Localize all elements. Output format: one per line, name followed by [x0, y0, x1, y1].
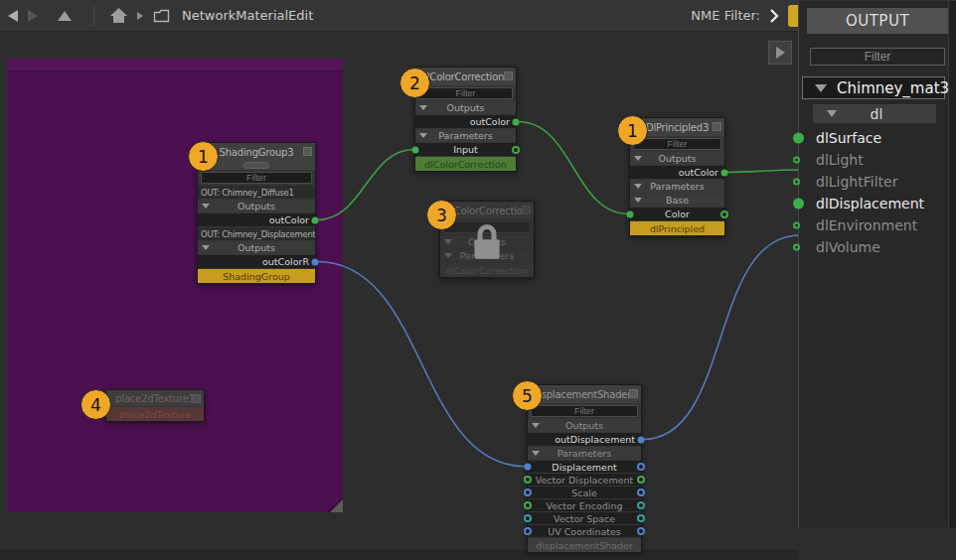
- port-dot-left[interactable]: [524, 476, 532, 484]
- chevron-right-icon[interactable]: [769, 9, 779, 23]
- port-dot-left[interactable]: [524, 527, 532, 535]
- port-dot-right[interactable]: [637, 527, 645, 535]
- node-section-parameters[interactable]: Parameters: [630, 180, 724, 193]
- badge-3-colorcorrection-locked: 3: [426, 200, 457, 230]
- port-label: Vector Space: [554, 513, 615, 524]
- port-dot-input-right[interactable]: [512, 146, 520, 154]
- port-dot-outcolor[interactable]: [513, 118, 520, 125]
- port-empty-dot[interactable]: [793, 244, 800, 251]
- port-row-vector-space[interactable]: Vector Space: [528, 512, 641, 524]
- port-empty-dot[interactable]: [793, 179, 800, 186]
- port-row-outcolor[interactable]: outColor: [630, 166, 724, 179]
- output-port-dlenvironment[interactable]: dlEnvironment: [799, 214, 956, 236]
- node-filter-input[interactable]: [201, 172, 312, 184]
- panel-collapse-button[interactable]: [768, 41, 792, 65]
- port-label: Color: [665, 209, 690, 219]
- panel-filter-input[interactable]: [810, 48, 945, 66]
- node-flag-checkbox[interactable]: [629, 389, 638, 398]
- node-flag-checkbox[interactable]: [522, 206, 531, 214]
- toolbar-divider: [93, 6, 94, 26]
- node-flag-checkbox[interactable]: [713, 122, 721, 131]
- node-filter-input[interactable]: [418, 87, 513, 99]
- port-dot-outcolor[interactable]: [312, 216, 319, 223]
- node-out-diffuse-label: OUT: Chimney_Diffuse1: [198, 186, 315, 199]
- port-row-vector-encoding[interactable]: Vector Encoding: [528, 499, 641, 511]
- port-row-outcolor[interactable]: outColor: [415, 115, 516, 128]
- node-section-outputs[interactable]: Outputs: [528, 419, 641, 432]
- back-icon[interactable]: [8, 10, 18, 22]
- port-dot-left[interactable]: [525, 464, 532, 471]
- port-row-outdisplacement[interactable]: outDisplacement: [528, 433, 641, 446]
- node-header[interactable]: place2dTexture1: [106, 390, 204, 406]
- port-connected-dot[interactable]: [793, 199, 804, 210]
- port-dot-left[interactable]: [524, 489, 532, 496]
- port-row-input[interactable]: Input: [415, 143, 516, 156]
- up-level-icon[interactable]: [58, 11, 72, 21]
- output-port-dllight[interactable]: dlLight: [799, 149, 956, 171]
- triangle-down-icon[interactable]: [815, 84, 827, 92]
- node-header[interactable]: DisplacementShader1: [528, 385, 641, 403]
- node-section-parameters[interactable]: Parameters: [415, 129, 516, 142]
- node-section-base[interactable]: Base: [630, 194, 724, 207]
- triangle-down-icon[interactable]: [827, 110, 837, 117]
- port-dot-outcolor[interactable]: [721, 169, 728, 176]
- port-dot-color-right[interactable]: [720, 210, 728, 218]
- port-dot-right[interactable]: [637, 501, 645, 509]
- node-header[interactable]: dlColorCorrection7: [415, 68, 516, 85]
- port-dot-left[interactable]: [524, 501, 532, 509]
- port-row-scale[interactable]: Scale: [528, 487, 641, 498]
- node-section-outputs[interactable]: Outputs: [415, 101, 516, 114]
- node-title: DlPrincipled3: [646, 122, 709, 133]
- node-section-outputs[interactable]: Outputs: [198, 200, 315, 212]
- forward-icon[interactable]: [28, 10, 38, 22]
- node-section-parameters[interactable]: Parameters: [528, 447, 641, 460]
- backdrop-header[interactable]: [7, 59, 343, 71]
- port-dot-right[interactable]: [637, 514, 645, 522]
- node-filter-input[interactable]: [633, 138, 721, 150]
- port-row-color[interactable]: Color: [630, 208, 724, 220]
- port-row-displacement[interactable]: Displacement: [528, 461, 641, 473]
- section-label: Base: [666, 195, 689, 206]
- node-type-footer: dlColorCorrection: [415, 157, 516, 171]
- port-row-outcolor[interactable]: outColor: [198, 213, 315, 226]
- port-empty-dot[interactable]: [793, 222, 800, 229]
- node-flag-checkbox[interactable]: [192, 394, 201, 403]
- node-title: place2dTexture1: [115, 393, 195, 404]
- section-label: Outputs: [238, 242, 275, 253]
- folder-icon[interactable]: [153, 9, 170, 23]
- node-flag-checkbox[interactable]: [303, 147, 312, 156]
- node-filter-input[interactable]: [531, 405, 638, 417]
- output-port-dldisplacement[interactable]: dlDisplacement: [799, 193, 956, 214]
- home-icon[interactable]: [110, 8, 127, 23]
- output-port-dlvolume[interactable]: dlVolume: [799, 236, 956, 258]
- port-label: outColor: [679, 167, 718, 178]
- output-port-dlsurface[interactable]: dlSurface: [799, 127, 956, 149]
- node-section-outputs[interactable]: Outputs: [630, 152, 724, 165]
- port-empty-dot[interactable]: [793, 157, 800, 164]
- badge-1-principled: 1: [617, 115, 648, 146]
- port-dot-left[interactable]: [524, 514, 532, 522]
- node-displacementshader1[interactable]: DisplacementShader1 Outputs outDisplacem…: [527, 384, 642, 553]
- port-dot-right[interactable]: [637, 476, 645, 484]
- port-dot-input-left[interactable]: [412, 146, 419, 153]
- port-row-vector-displacement[interactable]: Vector Displacement: [528, 474, 641, 486]
- node-flag-checkbox[interactable]: [504, 71, 513, 80]
- backdrop-resize-handle[interactable]: [330, 499, 343, 512]
- port-dot-color-left[interactable]: [627, 210, 634, 217]
- node-section-outputs2[interactable]: Outputs: [198, 241, 315, 254]
- panel-scrollbar-track[interactable]: [948, 1, 956, 528]
- port-connected-dot[interactable]: [793, 133, 804, 144]
- backdrop-group[interactable]: [7, 59, 343, 512]
- material-header-chimney-mat3[interactable]: Chimney_mat3: [802, 76, 945, 99]
- port-row-uv-coordinates[interactable]: UV Coordinates: [528, 525, 641, 537]
- node-place2dtexture1[interactable]: place2dTexture1 place2dTexture: [105, 389, 205, 422]
- shader-group-dl[interactable]: dl: [813, 104, 936, 123]
- port-dot-outdisplacement[interactable]: [638, 436, 645, 443]
- port-dot-right[interactable]: [637, 463, 645, 471]
- output-port-dllightfilter[interactable]: dlLightFilter: [799, 171, 956, 193]
- node-expand-pill[interactable]: [243, 162, 269, 169]
- port-row-outcolorr[interactable]: outColorR: [198, 255, 315, 268]
- port-dot-outcolorr[interactable]: [312, 258, 319, 265]
- port-dot-right[interactable]: [637, 489, 645, 496]
- port-label: outColor: [470, 116, 510, 127]
